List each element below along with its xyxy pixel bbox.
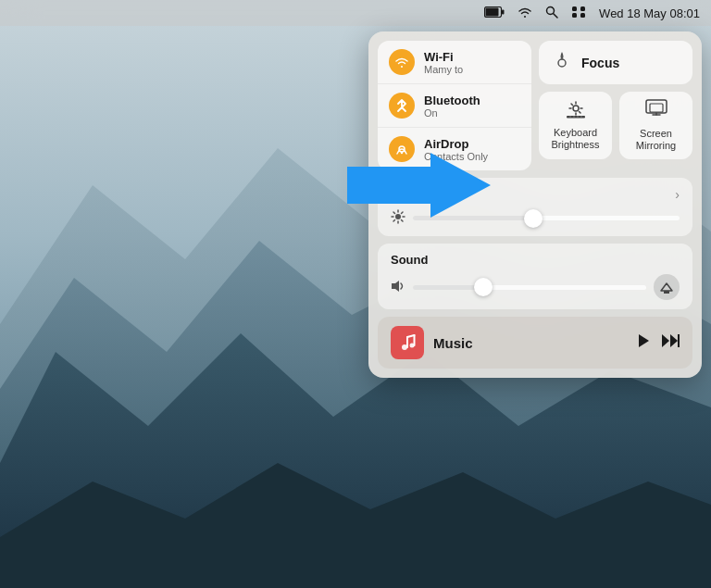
control-center-menubar-icon[interactable]	[571, 6, 586, 21]
svg-rect-30	[650, 104, 663, 112]
wifi-name: Wi-Fi	[424, 50, 463, 64]
sound-section: Sound	[378, 244, 692, 309]
svg-rect-24	[567, 116, 585, 119]
fast-forward-button[interactable]	[661, 333, 680, 352]
music-icon-box	[391, 326, 424, 359]
keyboard-brightness-cell[interactable]: KeyboardBrightness	[539, 92, 612, 159]
screen-mirroring-icon	[645, 99, 667, 124]
svg-marker-55	[347, 153, 491, 218]
svg-marker-53	[670, 334, 678, 347]
sound-slider[interactable]	[413, 285, 646, 290]
menubar-items: Wed 18 May 08:01	[484, 6, 700, 21]
svg-rect-54	[678, 334, 680, 347]
svg-line-22	[571, 104, 573, 106]
svg-rect-10	[572, 6, 577, 11]
svg-rect-12	[572, 13, 577, 18]
arrow-overlay	[343, 144, 500, 227]
volume-icon	[391, 280, 405, 295]
battery-icon	[484, 6, 505, 20]
svg-rect-6	[486, 8, 499, 17]
airplay-button[interactable]	[654, 274, 680, 300]
svg-marker-52	[662, 334, 669, 347]
music-label: Music	[433, 335, 628, 351]
svg-line-9	[554, 13, 558, 18]
bluetooth-icon-circle	[389, 93, 415, 119]
sound-header: Sound	[391, 253, 680, 267]
right-col: Focus	[539, 41, 692, 170]
focus-icon	[552, 50, 572, 75]
bluetooth-item[interactable]: Bluetooth On	[378, 84, 531, 128]
bluetooth-text: Bluetooth On	[424, 94, 480, 119]
display-chevron: ›	[675, 187, 680, 202]
svg-rect-13	[580, 13, 585, 18]
blue-arrow	[347, 148, 495, 222]
keyboard-brightness-icon	[565, 100, 587, 123]
svg-marker-51	[639, 334, 649, 347]
svg-line-23	[579, 112, 580, 114]
sound-title: Sound	[391, 253, 428, 267]
small-cells: KeyboardBrightness ScreenMirroring	[539, 92, 692, 159]
music-section: Music	[378, 317, 692, 369]
play-button[interactable]	[637, 333, 650, 352]
sound-slider-row	[391, 274, 680, 300]
wifi-text: Wi-Fi Mamy to	[424, 50, 463, 75]
svg-rect-29	[646, 100, 667, 113]
screen-mirroring-label: ScreenMirroring	[636, 128, 676, 152]
menubar: Wed 18 May 08:01	[0, 0, 711, 26]
wifi-menubar-icon[interactable]	[518, 6, 532, 21]
svg-marker-43	[661, 283, 672, 291]
datetime-display: Wed 18 May 08:01	[599, 6, 700, 20]
keyboard-brightness-label: KeyboardBrightness	[552, 127, 600, 151]
focus-cell[interactable]: Focus	[539, 41, 692, 84]
wifi-sub: Mamy to	[424, 64, 463, 75]
screen-mirroring-cell[interactable]: ScreenMirroring	[619, 92, 692, 159]
svg-point-17	[573, 106, 579, 111]
svg-rect-11	[580, 6, 585, 11]
bluetooth-name: Bluetooth	[424, 94, 480, 107]
svg-point-16	[558, 59, 566, 67]
wifi-item[interactable]: Wi-Fi Mamy to	[378, 41, 531, 84]
svg-rect-44	[664, 291, 669, 294]
svg-marker-42	[392, 281, 399, 292]
svg-rect-7	[502, 10, 505, 15]
wifi-icon-circle	[389, 49, 415, 75]
svg-line-49	[407, 335, 415, 337]
search-menubar-icon[interactable]	[545, 6, 558, 21]
focus-label: Focus	[581, 56, 619, 70]
music-controls	[637, 333, 680, 352]
bluetooth-sub: On	[424, 107, 480, 119]
